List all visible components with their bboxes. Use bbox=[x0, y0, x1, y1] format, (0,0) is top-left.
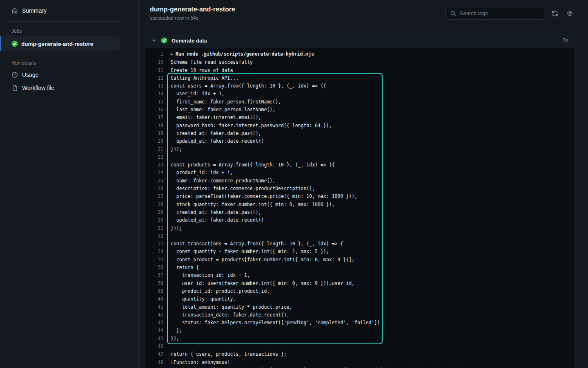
log-line-text: stock_quantity: faker.number.int({ min: … bbox=[163, 201, 335, 209]
run-status-text: succeeded now in 54s bbox=[150, 15, 235, 21]
log-line-number[interactable]: 33 bbox=[145, 240, 163, 248]
log-line-number[interactable]: 35 bbox=[145, 256, 163, 264]
log-line: 27 price: parseFloat(faker.commerce.pric… bbox=[145, 193, 574, 200]
refresh-button[interactable] bbox=[551, 9, 559, 18]
log-line: 10Schema file read successfully bbox=[145, 58, 574, 66]
log-line-number[interactable]: 16 bbox=[145, 106, 163, 114]
search-logs-box bbox=[445, 7, 544, 20]
log-line-text: const transactions = Array.from({ length… bbox=[163, 240, 343, 248]
log-line-text: return { bbox=[163, 264, 199, 272]
log-line-number[interactable]: 31 bbox=[145, 224, 163, 232]
log-line-number[interactable]: 44 bbox=[145, 327, 163, 334]
log-line-number[interactable]: 32 bbox=[145, 232, 163, 240]
workflow-file-label: Workflow file bbox=[22, 85, 54, 91]
log-line-number[interactable]: 25 bbox=[145, 177, 163, 185]
sidebar-item-job[interactable]: dump-generate-and-restore bbox=[0, 36, 120, 51]
log-line-number[interactable]: 38 bbox=[145, 280, 163, 287]
log-line-number[interactable]: 29 bbox=[145, 209, 163, 216]
log-line-number[interactable]: 21 bbox=[145, 146, 163, 153]
log-line-number[interactable]: 34 bbox=[145, 248, 163, 256]
refresh-icon bbox=[552, 10, 558, 17]
log-line: 19 created_at: faker.date.past(), bbox=[145, 130, 574, 137]
log-line-number[interactable]: 27 bbox=[145, 193, 163, 200]
workflow-file-icon bbox=[11, 85, 18, 91]
log-line-text: status: faker.helpers.arrayElement(['pen… bbox=[163, 319, 380, 327]
log-line-text: email: faker.internet.email(), bbox=[163, 114, 261, 121]
log-line-number[interactable]: 46 bbox=[145, 343, 163, 350]
log-line: 43 status: faker.helpers.arrayElement(['… bbox=[145, 319, 574, 327]
group-expand-icon[interactable]: ▶ bbox=[171, 50, 173, 58]
log-line: 18 password_hash: faker.internet.passwor… bbox=[145, 122, 574, 130]
log-line-number[interactable]: 10 bbox=[145, 58, 163, 66]
settings-button[interactable] bbox=[566, 9, 574, 18]
sidebar: Summary Jobs dump-generate-and-restore R… bbox=[0, 0, 139, 368]
log-line-text: INSERT INTO public.users (user_id, first… bbox=[163, 366, 482, 368]
sidebar-item-usage[interactable]: Usage bbox=[0, 68, 138, 81]
log-line-number[interactable]: 26 bbox=[145, 185, 163, 193]
log-line-text: [Function: anonymous] bbox=[163, 359, 230, 366]
log-line-number[interactable]: 48 bbox=[145, 359, 163, 366]
log-line-number[interactable]: 13 bbox=[145, 82, 163, 90]
log-line-number[interactable]: 30 bbox=[145, 216, 163, 224]
log-line-number[interactable]: 14 bbox=[145, 90, 163, 98]
log-line: 32 bbox=[145, 232, 574, 240]
log-line: 42 transaction_date: faker.date.recent()… bbox=[145, 311, 574, 319]
log-line-text: password_hash: faker.internet.password({… bbox=[163, 122, 332, 130]
log-line-number[interactable]: 17 bbox=[145, 114, 163, 121]
log-line-number[interactable]: 41 bbox=[145, 303, 163, 311]
job-success-icon bbox=[11, 40, 18, 47]
log-line-number[interactable]: 12 bbox=[145, 74, 163, 82]
log-line-text: }; bbox=[163, 327, 182, 334]
log-line: 1▶Run node .github/scripts/generate-data… bbox=[145, 50, 574, 58]
log-line-number[interactable]: 24 bbox=[145, 169, 163, 177]
log-line: 13const users = Array.from({ length: 10 … bbox=[145, 82, 574, 90]
log-line-text bbox=[163, 153, 171, 161]
log-line: 47return { users, products, transactions… bbox=[145, 350, 574, 358]
log-line-number[interactable]: 19 bbox=[145, 130, 163, 137]
log-line-number[interactable]: 1 bbox=[145, 50, 163, 58]
sidebar-item-workflow-file[interactable]: Workflow file bbox=[0, 81, 138, 94]
log-line-number[interactable]: 36 bbox=[145, 264, 163, 272]
log-line: 44 }; bbox=[145, 327, 574, 334]
chevron-down-icon bbox=[151, 38, 157, 43]
log-line-number[interactable]: 18 bbox=[145, 122, 163, 130]
usage-meter-icon bbox=[11, 72, 18, 78]
log-line-number[interactable]: 20 bbox=[145, 137, 163, 145]
log-line: 45}); bbox=[145, 335, 574, 343]
home-icon bbox=[11, 7, 18, 14]
log-line-number[interactable]: 23 bbox=[145, 161, 163, 169]
log-line-text: transaction_date: faker.date.recent(), bbox=[163, 311, 290, 319]
log-line-text: const quantity = faker.number.int({ min:… bbox=[163, 248, 329, 256]
log-line-number[interactable]: 22 bbox=[145, 153, 163, 161]
log-line-number[interactable]: 37 bbox=[145, 272, 163, 279]
selected-indicator-bar bbox=[0, 36, 1, 51]
main-content: dump-generate-and-restore succeeded now … bbox=[139, 0, 588, 368]
log-line-text: ▶Run node .github/scripts/generate-data-… bbox=[163, 50, 314, 58]
log-line-text: updated_at: faker.date.recent() bbox=[163, 216, 264, 224]
log-line-number[interactable]: 39 bbox=[145, 287, 163, 295]
log-line-number[interactable]: 45 bbox=[145, 335, 163, 343]
log-line-number[interactable]: 43 bbox=[145, 319, 163, 327]
log-line-number[interactable]: 49 bbox=[145, 366, 163, 368]
search-input[interactable] bbox=[460, 10, 540, 16]
log-line-number[interactable]: 42 bbox=[145, 311, 163, 319]
log-line-text bbox=[163, 343, 171, 350]
log-line-number[interactable]: 47 bbox=[145, 350, 163, 358]
log-line-text: const products = Array.from({ length: 10… bbox=[163, 161, 335, 169]
log-line: 16 last_name: faker.person.lastName(), bbox=[145, 106, 574, 114]
log-line: 48[Function: anonymous] bbox=[145, 359, 574, 366]
step-header-generate-data[interactable]: Generate data 7s bbox=[145, 33, 574, 48]
log-line: 49INSERT INTO public.users (user_id, fir… bbox=[145, 366, 574, 368]
log-line-text: first_name: faker.person.firstName(), bbox=[163, 98, 281, 106]
sidebar-item-summary[interactable]: Summary bbox=[0, 0, 138, 21]
log-line: 35 const product = products[faker.number… bbox=[145, 256, 574, 264]
log-line-text: quantity: quantity, bbox=[163, 295, 236, 303]
log-line: 33const transactions = Array.from({ leng… bbox=[145, 240, 574, 248]
header-actions bbox=[445, 7, 574, 20]
log-line-number[interactable]: 15 bbox=[145, 98, 163, 106]
log-line-number[interactable]: 11 bbox=[145, 67, 163, 74]
log-line-number[interactable]: 28 bbox=[145, 201, 163, 209]
log-line-text: updated_at: faker.date.recent() bbox=[163, 137, 264, 145]
log-line-number[interactable]: 40 bbox=[145, 295, 163, 303]
log-line: 39 product_id: product.product_id, bbox=[145, 287, 574, 295]
